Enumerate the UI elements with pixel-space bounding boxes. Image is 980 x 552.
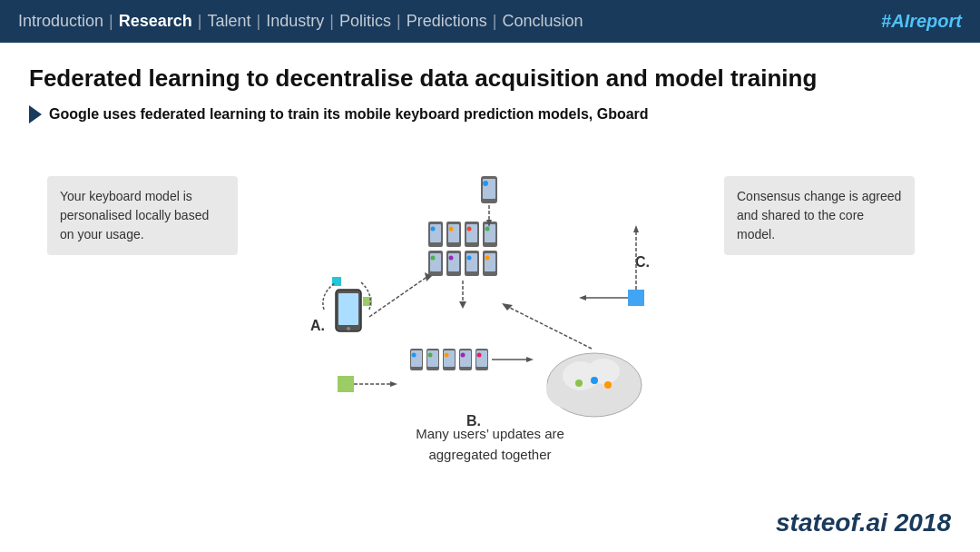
svg-point-8 — [431, 227, 436, 232]
svg-rect-52 — [460, 350, 471, 367]
svg-rect-43 — [411, 350, 422, 367]
svg-point-66 — [591, 377, 598, 384]
svg-marker-58 — [526, 357, 534, 362]
navigation: Introduction | Research | Talent | Indus… — [18, 12, 583, 31]
svg-point-34 — [483, 181, 488, 186]
svg-point-47 — [428, 353, 433, 358]
svg-rect-49 — [444, 350, 455, 367]
nav-conclusion[interactable]: Conclusion — [502, 12, 583, 31]
nav-research[interactable]: Research — [119, 12, 192, 31]
svg-text:A.: A. — [310, 318, 325, 333]
page-title: Federated learning to decentralise data … — [29, 64, 951, 93]
svg-rect-69 — [628, 290, 644, 306]
box-b: Many users’ updates are aggregated toget… — [390, 413, 590, 476]
svg-point-26 — [485, 227, 490, 232]
svg-point-50 — [445, 353, 449, 358]
nav-separator-6: | — [493, 12, 497, 31]
diagram: Your keyboard model is personalised loca… — [29, 149, 951, 476]
nav-separator-3: | — [257, 12, 261, 31]
svg-point-23 — [467, 256, 472, 261]
svg-marker-71 — [579, 295, 586, 301]
svg-point-14 — [449, 227, 454, 232]
main-content: Federated learning to decentralise data … — [0, 43, 980, 498]
svg-line-74 — [510, 308, 592, 349]
svg-point-44 — [412, 353, 416, 358]
svg-marker-75 — [502, 303, 513, 310]
hashtag: #AIreport — [881, 11, 962, 32]
svg-rect-2 — [338, 293, 358, 325]
svg-marker-73 — [633, 225, 639, 232]
nav-politics[interactable]: Politics — [339, 12, 391, 31]
svg-point-11 — [431, 256, 436, 261]
svg-point-53 — [461, 353, 466, 358]
footer: stateof.ai 2018 — [776, 508, 951, 537]
svg-point-3 — [347, 327, 350, 330]
svg-point-20 — [467, 227, 472, 232]
subtitle: Google uses federated learning to train … — [49, 106, 649, 123]
svg-line-37 — [369, 276, 428, 317]
svg-rect-46 — [427, 350, 438, 367]
svg-point-65 — [575, 380, 583, 387]
nav-industry[interactable]: Industry — [266, 12, 324, 31]
svg-point-67 — [604, 381, 612, 389]
nav-talent[interactable]: Talent — [208, 12, 251, 31]
svg-marker-41 — [390, 381, 397, 387]
svg-rect-39 — [338, 376, 354, 392]
svg-text:C.: C. — [635, 254, 650, 270]
nav-predictions[interactable]: Predictions — [407, 12, 487, 31]
header: Introduction | Research | Talent | Indus… — [0, 0, 980, 43]
svg-point-56 — [477, 353, 482, 358]
nav-separator-2: | — [198, 12, 202, 31]
svg-rect-55 — [476, 350, 487, 367]
svg-marker-31 — [459, 301, 466, 309]
subtitle-arrow-icon — [29, 105, 42, 123]
nav-separator-1: | — [109, 12, 113, 31]
subtitle-bar: Google uses federated learning to train … — [29, 105, 951, 123]
nav-introduction[interactable]: Introduction — [18, 12, 103, 31]
svg-point-29 — [485, 256, 490, 261]
nav-separator-5: | — [397, 12, 401, 31]
svg-point-17 — [449, 256, 454, 261]
nav-separator-4: | — [329, 12, 334, 31]
